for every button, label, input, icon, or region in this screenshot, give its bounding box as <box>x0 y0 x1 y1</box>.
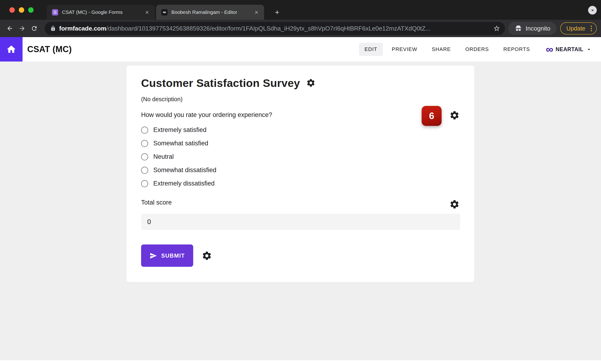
nav-tab-edit[interactable]: EDIT <box>359 43 383 56</box>
back-button[interactable] <box>4 22 16 34</box>
editor-canvas: Customer Satisfaction Survey (No descrip… <box>0 61 601 364</box>
send-icon <box>150 252 157 260</box>
formfacade-icon: ∞ <box>161 9 168 16</box>
header-nav: EDIT PREVIEW SHARE ORDERS REPORTS <box>359 43 535 56</box>
app-header: CSAT (MC) EDIT PREVIEW SHARE ORDERS REPO… <box>0 37 601 61</box>
address-bar[interactable]: formfacade.com/dashboard/101397753425638… <box>45 22 505 35</box>
url-path: /dashboard/101397753425638859326/editor/… <box>106 25 431 32</box>
tab-close-icon[interactable] <box>143 8 151 16</box>
option-row[interactable]: Neutral <box>141 150 460 163</box>
option-row[interactable]: Extremely dissatisfied <box>141 177 460 190</box>
nav-tab-reports[interactable]: REPORTS <box>498 43 535 56</box>
option-label[interactable]: Extremely dissatisfied <box>153 180 215 187</box>
lock-icon[interactable] <box>50 26 56 31</box>
form-title: Customer Satisfaction Survey <box>141 77 300 90</box>
brand-name: NEARTAIL <box>555 46 583 53</box>
form-description: (No description) <box>141 95 460 103</box>
browser-tab-editor-active[interactable]: ∞ Boobesh Ramalingam - Editor <box>156 5 264 20</box>
total-score-settings-button[interactable] <box>449 199 460 210</box>
google-forms-icon <box>52 9 58 16</box>
option-label[interactable]: Extremely satisfied <box>153 126 207 134</box>
refresh-icon <box>31 25 38 32</box>
browser-update-button[interactable]: Update <box>560 22 597 34</box>
home-icon <box>6 44 16 54</box>
bookmark-star-icon[interactable] <box>493 25 500 32</box>
window-minimize-button[interactable] <box>19 7 24 13</box>
tab-search-button[interactable] <box>588 6 597 15</box>
gear-icon <box>306 78 316 88</box>
page-title: CSAT (MC) <box>27 44 72 54</box>
page-bottom-strip <box>0 360 601 364</box>
gear-icon <box>449 110 460 121</box>
incognito-label: Incognito <box>526 25 551 32</box>
form-settings-button[interactable] <box>306 78 316 88</box>
question-score-badge[interactable]: 6 <box>422 106 441 126</box>
new-tab-button[interactable] <box>272 7 282 17</box>
radio-button[interactable] <box>141 140 148 147</box>
chevron-down-icon <box>586 46 592 53</box>
incognito-badge: Incognito <box>508 22 557 35</box>
window-zoom-button[interactable] <box>28 7 34 13</box>
tab-title: CSAT (MC) - Google Forms <box>62 10 139 15</box>
account-menu[interactable]: ∞ NEARTAIL <box>546 44 592 54</box>
browser-menu-icon[interactable] <box>589 26 594 31</box>
home-button[interactable] <box>0 37 22 61</box>
submit-button[interactable]: SUBMIT <box>141 244 193 267</box>
total-score-input[interactable] <box>141 214 460 230</box>
forward-button[interactable] <box>16 22 28 34</box>
refresh-button[interactable] <box>28 22 40 34</box>
neartail-logo-icon: ∞ <box>546 44 553 54</box>
option-row[interactable]: Somewhat satisfied <box>141 137 460 150</box>
chevron-down-icon <box>590 7 596 13</box>
radio-button[interactable] <box>141 127 148 134</box>
nav-tab-orders[interactable]: ORDERS <box>460 43 494 56</box>
window-controls <box>9 7 34 13</box>
update-label: Update <box>566 25 585 32</box>
radio-button[interactable] <box>141 153 148 160</box>
gear-icon <box>449 199 460 210</box>
tab-title: Boobesh Ramalingam - Editor <box>171 10 249 15</box>
option-row[interactable]: Somewhat dissatisfied <box>141 163 460 177</box>
radio-button[interactable] <box>141 167 148 174</box>
forward-arrow-icon <box>19 25 26 32</box>
browser-tab-strip: CSAT (MC) - Google Forms ∞ Boobesh Ramal… <box>0 0 601 20</box>
tab-close-icon[interactable] <box>252 8 260 16</box>
url-text: formfacade.com/dashboard/101397753425638… <box>59 25 490 32</box>
option-label[interactable]: Neutral <box>153 153 174 160</box>
option-label[interactable]: Somewhat dissatisfied <box>153 166 216 174</box>
plus-icon <box>274 9 280 16</box>
submit-settings-button[interactable] <box>202 251 212 261</box>
nav-tab-preview[interactable]: PREVIEW <box>386 43 423 56</box>
option-label[interactable]: Somewhat satisfied <box>153 140 208 147</box>
form-card: Customer Satisfaction Survey (No descrip… <box>127 66 474 282</box>
back-arrow-icon <box>6 25 13 32</box>
browser-tab-google-forms[interactable]: CSAT (MC) - Google Forms <box>47 5 155 20</box>
gear-icon <box>202 251 212 261</box>
submit-label: SUBMIT <box>161 253 185 259</box>
nav-tab-share[interactable]: SHARE <box>426 43 456 56</box>
browser-toolbar: formfacade.com/dashboard/101397753425638… <box>0 20 601 37</box>
radio-button[interactable] <box>141 180 148 187</box>
incognito-icon <box>514 24 522 32</box>
total-score-label: Total score <box>141 198 460 207</box>
url-domain: formfacade.com <box>59 25 106 32</box>
option-row[interactable]: Extremely satisfied <box>141 123 460 137</box>
window-close-button[interactable] <box>9 7 15 13</box>
question-text: How would you rate your ordering experie… <box>141 110 460 120</box>
question-settings-button[interactable] <box>449 110 460 121</box>
options-list: Extremely satisfied Somewhat satisfied N… <box>141 123 460 190</box>
